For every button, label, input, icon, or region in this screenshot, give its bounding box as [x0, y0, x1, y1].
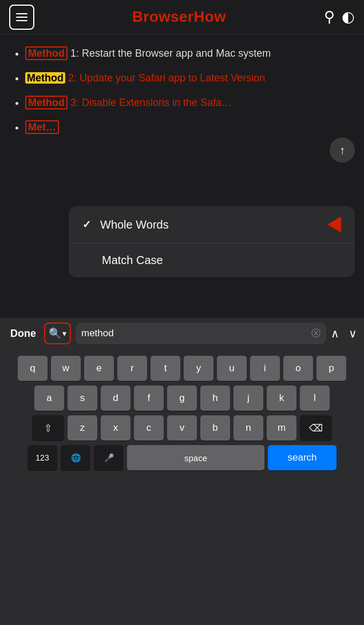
key-h[interactable]: h — [200, 386, 230, 411]
globe-key[interactable]: 🌐 — [61, 445, 90, 470]
match-case-label: Match Case — [102, 254, 163, 267]
key-s[interactable]: s — [68, 386, 97, 411]
key-g[interactable]: g — [167, 386, 197, 411]
key-v[interactable]: v — [167, 415, 197, 441]
search-options-button[interactable]: 🔍 ▾ — [44, 323, 71, 344]
arrow-indicator — [321, 217, 341, 233]
key-k[interactable]: k — [267, 386, 296, 411]
key-w[interactable]: w — [51, 356, 81, 381]
menu-button[interactable] — [9, 5, 34, 30]
hamburger-icon — [16, 13, 27, 21]
key-r[interactable]: r — [117, 356, 147, 381]
keyboard-row-3: ⇧ z x c v b n m ⌫ — [2, 415, 362, 441]
delete-key[interactable]: ⌫ — [300, 415, 332, 441]
key-e[interactable]: e — [84, 356, 114, 381]
numbers-key[interactable]: 123 — [27, 445, 57, 470]
prev-match-button[interactable]: ∧ — [331, 327, 339, 340]
chevron-down-icon: ▾ — [62, 329, 66, 338]
key-n[interactable]: n — [234, 415, 263, 441]
key-i[interactable]: i — [250, 356, 280, 381]
key-p[interactable]: p — [316, 356, 346, 381]
list-item: Method 1: Restart the Browser app and Ma… — [25, 46, 353, 61]
keyboard-row-2: a s d f g h j k l — [2, 386, 362, 411]
header: BrowserHow ⚲ ◐ — [0, 0, 364, 34]
method-tag-1: Method — [25, 46, 68, 60]
key-m[interactable]: m — [267, 415, 296, 441]
theme-toggle-icon[interactable]: ◐ — [342, 8, 355, 26]
method-tag-4: Met… — [25, 120, 59, 134]
up-arrow-icon: ↑ — [339, 144, 345, 157]
match-case-option[interactable]: Match Case — [69, 243, 355, 277]
key-c[interactable]: c — [134, 415, 164, 441]
key-o[interactable]: o — [283, 356, 313, 381]
keyboard-row-1: q w e r t y u i o p — [2, 356, 362, 381]
key-x[interactable]: x — [101, 415, 130, 441]
key-q[interactable]: q — [18, 356, 48, 381]
scroll-up-button[interactable]: ↑ — [330, 137, 355, 163]
list-item-text-3: 3: Disable Extensions in the Safa… — [70, 97, 232, 108]
key-d[interactable]: d — [101, 386, 130, 411]
method-list: Method 1: Restart the Browser app and Ma… — [11, 46, 353, 135]
site-title: BrowserHow — [132, 8, 226, 26]
list-item: Method 2: Update your Safari app to Late… — [25, 70, 353, 86]
key-t[interactable]: t — [151, 356, 180, 381]
keyboard-row-4: 123 🌐 🎤 space search — [2, 445, 362, 470]
key-y[interactable]: y — [184, 356, 213, 381]
key-l[interactable]: l — [300, 386, 330, 411]
done-button[interactable]: Done — [7, 325, 39, 342]
key-z[interactable]: z — [68, 415, 97, 441]
search-input-wrap: ⓧ — [76, 323, 326, 344]
search-key[interactable]: search — [268, 445, 337, 470]
method-tag-3: Method — [25, 96, 68, 109]
key-f[interactable]: f — [134, 386, 164, 411]
key-a[interactable]: a — [34, 386, 64, 411]
red-arrow-icon — [327, 217, 341, 233]
key-u[interactable]: u — [217, 356, 247, 381]
search-icon-inner: 🔍 — [49, 327, 61, 340]
mic-key[interactable]: 🎤 — [94, 445, 124, 470]
search-options-dropdown: ✓ Whole Words Match Case — [69, 206, 355, 277]
next-match-button[interactable]: ∨ — [349, 327, 357, 340]
find-bar: Done 🔍 ▾ ⓧ ∧ ∨ — [0, 318, 364, 349]
search-icon[interactable]: ⚲ — [324, 8, 335, 26]
list-item: Method 3: Disable Extensions in the Safa… — [25, 95, 353, 111]
whole-words-option[interactable]: ✓ Whole Words — [69, 206, 355, 243]
shift-key[interactable]: ⇧ — [32, 415, 64, 441]
find-input[interactable] — [81, 328, 308, 339]
list-item: Met… — [25, 120, 353, 135]
method-tag-2: Method — [25, 72, 65, 84]
checkmark-icon: ✓ — [82, 218, 91, 231]
list-item-text-1: 1: Restart the Browser app and Mac syste… — [70, 48, 271, 59]
nav-arrows: ∧ ∨ — [331, 327, 357, 340]
key-b[interactable]: b — [200, 415, 230, 441]
clear-button[interactable]: ⓧ — [311, 328, 321, 340]
list-item-text-2: 2: Update your Safari app to Latest Vers… — [68, 72, 265, 84]
header-actions: ⚲ ◐ — [324, 8, 355, 26]
key-j[interactable]: j — [234, 386, 263, 411]
space-key[interactable]: space — [127, 445, 264, 470]
whole-words-label: Whole Words — [100, 218, 169, 231]
keyboard: q w e r t y u i o p a s d f g h j k l ⇧ … — [0, 349, 364, 625]
